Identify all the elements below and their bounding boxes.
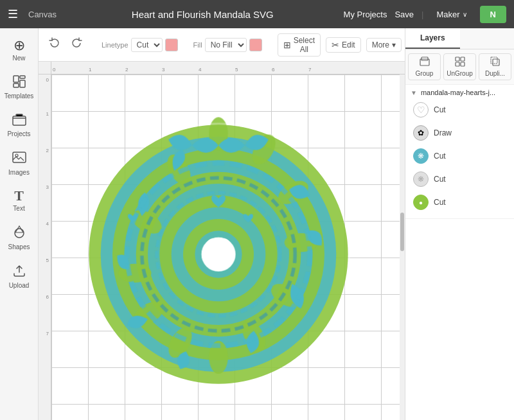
sidebar-item-text[interactable]: T Text	[3, 184, 36, 217]
canvas-background[interactable]	[51, 74, 405, 420]
ungroup-button[interactable]: UnGroup	[443, 53, 476, 80]
more-button[interactable]: More ▾	[366, 38, 402, 52]
duplicate-label: Dupli...	[485, 70, 505, 77]
svg-rect-42	[493, 59, 499, 66]
maker-label: Maker	[436, 10, 459, 19]
scrollbar-thumb[interactable]	[400, 213, 404, 251]
undo-button[interactable]	[45, 35, 64, 55]
text-icon: T	[14, 189, 24, 203]
ruler-h-5: 5	[235, 67, 238, 73]
templates-icon	[12, 74, 26, 91]
svg-rect-38	[456, 57, 459, 61]
select-all-button[interactable]: ⊞ Select All	[278, 33, 321, 57]
sidebar-shapes-label: Shapes	[8, 243, 30, 250]
fill-color-swatch[interactable]	[249, 39, 262, 51]
ruler-h-4: 4	[199, 67, 201, 73]
duplicate-button[interactable]: Dupli...	[479, 53, 511, 80]
edit-label: Edit	[342, 40, 355, 49]
main-layout: ⊕ New Templates Projects Images T Text	[0, 28, 514, 420]
layer-thumb-icon-4: ❋	[418, 175, 424, 184]
sidebar-item-projects[interactable]: Projects	[3, 107, 36, 143]
upload-icon	[12, 263, 26, 280]
svg-rect-4	[13, 116, 26, 125]
sidebar-item-shapes[interactable]: Shapes	[3, 220, 36, 256]
layer-thumb-5: ●	[413, 195, 429, 210]
maker-dropdown-button[interactable]: Maker ∨	[431, 7, 472, 22]
layer-name-4: Cut	[434, 175, 446, 184]
new-project-button[interactable]: N	[480, 6, 506, 23]
tab-layers[interactable]: Layers	[405, 28, 460, 49]
layer-thumb-1: ♡	[413, 102, 429, 118]
ruler-h-0: 0	[53, 67, 55, 73]
mandala-svg	[77, 97, 360, 412]
svg-rect-41	[461, 62, 465, 66]
sidebar-projects-label: Projects	[7, 130, 30, 137]
svg-point-6	[15, 154, 18, 157]
duplicate-icon	[490, 57, 501, 69]
canvas-scrollbar[interactable]	[400, 74, 405, 420]
layer-group-mandala: ▼ mandala-may-hearts-j... ♡ Cut ✿ Draw	[405, 85, 514, 219]
group-collapse-arrow: ▼	[411, 89, 417, 96]
layer-item-5[interactable]: ● Cut	[411, 191, 509, 213]
svg-rect-39	[461, 57, 465, 61]
layer-thumb-icon-2: ✿	[418, 128, 424, 137]
ruler-v-4: 4	[46, 221, 49, 227]
ruler-v-7: 7	[46, 331, 49, 337]
header-nav: My Projects Save | Maker ∨ N	[344, 6, 506, 23]
linetype-group: Linetype Cut	[102, 38, 178, 52]
more-label: More	[372, 40, 389, 49]
edit-button[interactable]: ✂ Edit	[326, 37, 361, 53]
ruler-v-3: 3	[46, 184, 49, 190]
save-button[interactable]: Save	[394, 10, 414, 19]
ruler-vertical: 0 1 2 3 4 5 6 7	[39, 74, 51, 420]
mandala-container[interactable]	[71, 87, 366, 420]
more-chevron-icon: ▾	[392, 40, 396, 49]
ruler-h-3: 3	[162, 67, 164, 73]
projects-icon	[12, 112, 26, 128]
layer-item-2[interactable]: ✿ Draw	[411, 122, 509, 144]
tab-other[interactable]	[460, 28, 515, 49]
layer-name-2: Draw	[434, 128, 452, 137]
linetype-color-swatch[interactable]	[165, 39, 178, 51]
layer-thumb-2: ✿	[413, 125, 429, 141]
ruler-v-6: 6	[46, 294, 49, 300]
select-all-icon: ⊞	[283, 40, 291, 50]
ruler-v-5: 5	[46, 258, 49, 263]
select-all-label: Select All	[294, 36, 315, 54]
sidebar-item-images[interactable]: Images	[3, 145, 36, 181]
sidebar-images-label: Images	[8, 169, 30, 176]
layers-panel: Layers Group UnGroup Dupli...	[405, 28, 514, 420]
toolbar: Linetype Cut Fill No Fill ⊞ Select All	[39, 28, 405, 62]
fill-select[interactable]: No Fill	[205, 38, 247, 52]
canvas-wrapper: 0 1 2 3 4 5 6 7 0 1 2 3 4 5 6 7	[39, 62, 405, 420]
layer-actions-bar: Group UnGroup Dupli...	[405, 49, 514, 85]
svg-point-7	[15, 229, 24, 238]
header: ☰ Canvas Heart and Flourish Mandala SVG …	[0, 0, 514, 28]
redo-button[interactable]	[67, 35, 86, 55]
header-divider: |	[421, 10, 423, 19]
ruler-h-7: 7	[308, 67, 311, 73]
layer-item-1[interactable]: ♡ Cut	[411, 99, 509, 121]
ruler-v-0: 0	[46, 77, 49, 83]
menu-icon[interactable]: ☰	[8, 7, 18, 21]
sidebar-item-templates[interactable]: Templates	[3, 69, 36, 105]
ruler-v-1: 1	[46, 111, 49, 117]
sidebar-item-new[interactable]: ⊕ New	[3, 33, 36, 67]
layer-item-4[interactable]: ❋ Cut	[411, 168, 509, 190]
fill-group: Fill No Fill	[193, 38, 262, 52]
sidebar-item-upload[interactable]: Upload	[3, 258, 36, 294]
my-projects-link[interactable]: My Projects	[344, 10, 387, 19]
layer-group-name: mandala-may-hearts-j...	[421, 89, 495, 96]
layer-thumb-icon-5: ●	[419, 199, 423, 206]
document-title: Heart and Flourish Mandala SVG	[72, 9, 333, 20]
sidebar-text-label: Text	[13, 205, 24, 212]
layers-tabs: Layers	[405, 28, 514, 49]
layer-item-3[interactable]: ❋ Cut	[411, 145, 509, 167]
layer-thumb-icon-1: ♡	[417, 105, 425, 115]
ruler-horizontal: 0 1 2 3 4 5 6 7	[51, 62, 405, 74]
layer-group-header[interactable]: ▼ mandala-may-hearts-j...	[411, 89, 509, 96]
group-button[interactable]: Group	[408, 53, 441, 80]
linetype-select[interactable]: Cut	[131, 38, 163, 52]
sidebar-templates-label: Templates	[4, 92, 34, 100]
svg-rect-40	[456, 62, 459, 66]
